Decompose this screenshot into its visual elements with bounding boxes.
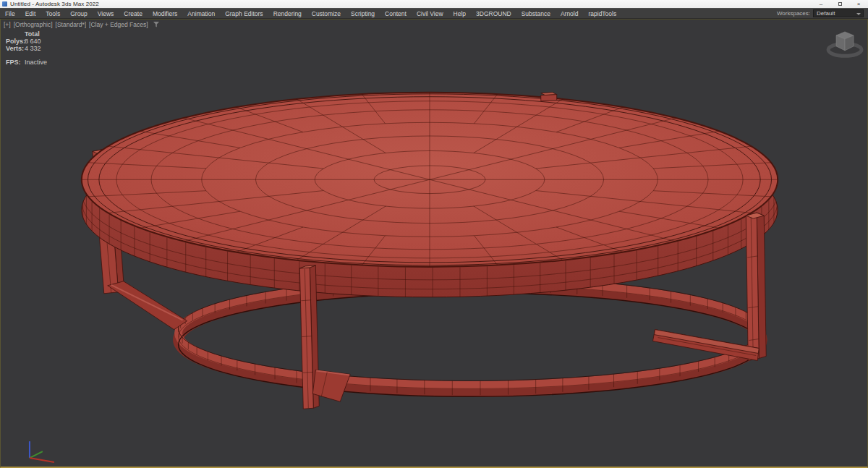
viewport-label-segment-2[interactable]: [Standard*]: [56, 21, 87, 28]
back-leg-top: [541, 93, 557, 101]
viewport-label: [+][Orthographic][Standard*][Clay + Edge…: [4, 21, 159, 28]
menu-item-graph-editors[interactable]: Graph Editors: [220, 9, 268, 18]
table-model[interactable]: [82, 93, 778, 409]
chevron-down-icon: [856, 13, 861, 15]
menu-item-views[interactable]: Views: [93, 9, 119, 18]
menu-item-rendering[interactable]: Rendering: [268, 9, 307, 18]
isolate-filter-icon[interactable]: [153, 22, 159, 27]
menu-item-scripting[interactable]: Scripting: [346, 9, 380, 18]
world-axis-gizmo: [30, 441, 54, 462]
menu-item-rapidtools[interactable]: rapidTools: [583, 9, 621, 18]
menu-item-group[interactable]: Group: [65, 9, 93, 18]
menu-item-help[interactable]: Help: [448, 9, 471, 18]
tabletop: [82, 93, 778, 299]
menu-item-animation[interactable]: Animation: [182, 9, 220, 18]
view-cube[interactable]: [828, 32, 861, 56]
viewport-label-segments: [+][Orthographic][Standard*][Clay + Edge…: [4, 21, 148, 28]
workspaces-area: Workspaces: Default: [777, 9, 864, 18]
title-bar: Untitled - Autodesk 3ds Max 2022 – ×: [0, 0, 868, 8]
menu-item-3dground[interactable]: 3DGROUND: [471, 9, 516, 18]
maximize-button[interactable]: [830, 0, 849, 8]
top-wireframe: [82, 93, 778, 267]
app-window: Untitled - Autodesk 3ds Max 2022 – × Fil…: [0, 0, 868, 468]
menu-bar: FileEditToolsGroupViewsCreateModifiersAn…: [0, 8, 868, 19]
menu-items: FileEditToolsGroupViewsCreateModifiersAn…: [0, 9, 621, 18]
window-controls: – ×: [812, 0, 868, 8]
viewport[interactable]: [+][Orthographic][Standard*][Clay + Edge…: [0, 19, 868, 468]
right-leg: [746, 213, 766, 360]
menu-item-customize[interactable]: Customize: [307, 9, 346, 18]
menu-item-civil-view[interactable]: Civil View: [412, 9, 448, 18]
menu-item-create[interactable]: Create: [119, 9, 148, 18]
left-foot: [108, 281, 187, 330]
menu-item-content[interactable]: Content: [380, 9, 412, 18]
viewport-canvas[interactable]: [1, 20, 867, 467]
minimize-button[interactable]: –: [812, 0, 830, 8]
menu-item-substance[interactable]: Substance: [516, 9, 556, 18]
workspace-selected: Default: [817, 10, 835, 17]
menu-item-modifiers[interactable]: Modifiers: [148, 9, 182, 18]
viewport-label-segment-1[interactable]: [Orthographic]: [14, 21, 53, 28]
viewport-label-segment-3[interactable]: [Clay + Edged Faces]: [89, 21, 148, 28]
app-icon: [2, 1, 7, 7]
maximize-icon: [838, 2, 842, 6]
workspaces-label: Workspaces:: [777, 10, 810, 17]
menu-item-edit[interactable]: Edit: [20, 9, 41, 18]
workspace-dropdown[interactable]: Default: [813, 9, 864, 17]
viewport-label-segment-0[interactable]: [+]: [4, 21, 11, 28]
right-foot: [652, 330, 759, 361]
menu-item-file[interactable]: File: [0, 9, 20, 18]
menu-item-tools[interactable]: Tools: [41, 9, 65, 18]
window-title: Untitled - Autodesk 3ds Max 2022: [10, 1, 99, 7]
menu-item-arnold[interactable]: Arnold: [556, 9, 584, 18]
close-button[interactable]: ×: [849, 0, 868, 8]
